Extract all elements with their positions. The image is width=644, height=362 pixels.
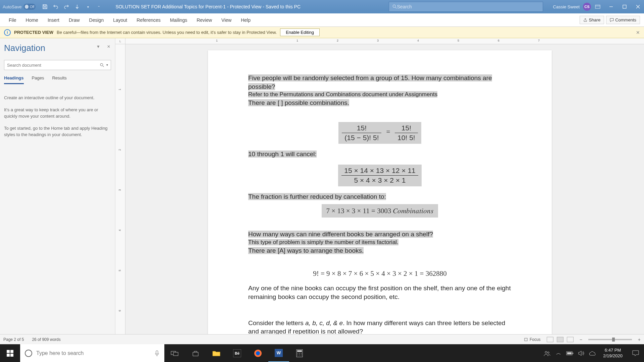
tray-chevron-icon[interactable]: ︿	[553, 344, 564, 362]
tab-home[interactable]: Home	[21, 13, 43, 26]
tab-help[interactable]: Help	[236, 13, 255, 26]
ribbon-tabs: File Home Insert Draw Design Layout Refe…	[0, 13, 644, 27]
nav-search-input[interactable]	[7, 63, 100, 68]
behance-icon[interactable]: Bē	[227, 344, 248, 362]
equals: =	[386, 128, 390, 136]
doc-text: Five people will be randomly selected fr…	[248, 74, 492, 90]
taskbar-search-input[interactable]	[36, 350, 150, 356]
doc-text: The fraction is further reduced by cance…	[248, 193, 386, 200]
nav-search-dropdown-icon[interactable]: ▾	[106, 63, 108, 67]
touch-mode-icon[interactable]	[74, 3, 80, 10]
nav-info-line: To get started, go to the Home tab and a…	[4, 125, 111, 138]
word-icon[interactable]: W	[268, 344, 289, 362]
zoom-out-icon[interactable]: −	[580, 337, 582, 342]
print-layout-icon[interactable]	[557, 337, 564, 342]
clock[interactable]: 6:47 PM 2/19/2020	[598, 348, 627, 359]
tab-design[interactable]: Design	[85, 13, 109, 26]
tab-review[interactable]: Review	[192, 13, 217, 26]
save-icon[interactable]	[42, 3, 48, 10]
protected-view-bar: i PROTECTED VIEW Be careful—files from t…	[0, 27, 644, 38]
tab-mailings[interactable]: Mailings	[165, 13, 192, 26]
svg-rect-13	[173, 352, 178, 356]
ribbon-display-icon[interactable]	[594, 3, 601, 10]
battery-icon[interactable]	[564, 344, 576, 362]
page-scroll[interactable]: Five people will be randomly selected fr…	[115, 44, 644, 334]
enable-editing-button[interactable]: Enable Editing	[280, 28, 320, 36]
svg-point-8	[100, 63, 103, 66]
zoom-in-icon[interactable]: +	[638, 337, 641, 342]
qat-customize-icon[interactable]: ⁼	[95, 3, 102, 10]
svg-point-15	[256, 351, 260, 355]
nav-tab-pages[interactable]: Pages	[32, 75, 44, 84]
svg-line-1	[395, 7, 396, 9]
notifications-icon[interactable]	[627, 344, 644, 362]
read-mode-icon[interactable]	[547, 337, 553, 342]
svg-rect-17	[297, 350, 302, 352]
zoom-thumb[interactable]	[612, 338, 615, 342]
nav-search-icon[interactable]	[100, 63, 104, 67]
redo-icon[interactable]	[63, 3, 70, 10]
tab-view[interactable]: View	[217, 13, 236, 26]
nav-search-box[interactable]: ▾	[4, 60, 111, 70]
search-input[interactable]	[397, 4, 539, 9]
page-indicator[interactable]: Page 2 of 5	[3, 337, 24, 342]
horizontal-ruler[interactable]: 1 1 2 3 4 5 6 7	[125, 38, 644, 44]
firefox-icon[interactable]	[248, 344, 268, 362]
denominator: 5 × 4 × 3 × 2 × 1	[341, 176, 418, 184]
tab-file[interactable]: File	[4, 13, 21, 26]
svg-point-0	[393, 5, 395, 7]
mic-icon[interactable]	[154, 350, 160, 357]
ruler-vtick: 1	[118, 88, 121, 90]
navigation-title: Navigation	[4, 43, 111, 53]
zoom-slider[interactable]	[588, 339, 632, 340]
share-button[interactable]: Share	[580, 16, 604, 24]
start-button[interactable]	[0, 344, 20, 362]
svg-rect-2	[595, 5, 600, 8]
word-count[interactable]: 26 of 909 words	[32, 337, 60, 342]
tab-references[interactable]: References	[132, 13, 165, 26]
tab-insert[interactable]: Insert	[43, 13, 64, 26]
tab-draw[interactable]: Draw	[64, 13, 85, 26]
ruler-tick: 4	[417, 39, 419, 42]
denominator: 10! 5!	[395, 133, 418, 142]
task-view-icon[interactable]	[164, 344, 185, 362]
nav-dropdown-icon[interactable]: ▼	[96, 44, 100, 49]
qat-dropdown-icon[interactable]: ▾	[85, 3, 91, 10]
title-bar: AutoSave Off ▾ ⁼ SOLUTION SET FOR Additi…	[0, 0, 644, 13]
vertical-ruler[interactable]: 1 2 3 4 5 6	[115, 44, 125, 334]
time: 6:47 PM	[603, 348, 623, 353]
taskbar-search[interactable]	[20, 344, 164, 362]
maximize-icon[interactable]	[621, 3, 628, 10]
minimize-icon[interactable]	[608, 3, 614, 10]
store-icon[interactable]	[185, 344, 206, 362]
volume-icon[interactable]	[576, 344, 587, 362]
explorer-icon[interactable]	[206, 344, 227, 362]
close-icon[interactable]	[635, 3, 641, 10]
autosave-toggle[interactable]: AutoSave Off	[3, 4, 36, 10]
user-area: Cassie Sweet CS	[553, 3, 601, 11]
onedrive-icon[interactable]	[587, 344, 598, 362]
comments-button[interactable]: Comments	[606, 16, 640, 24]
fraction: 15! 10! 5!	[395, 124, 418, 142]
nav-close-icon[interactable]: ✕	[107, 44, 110, 49]
cortana-icon[interactable]	[25, 350, 32, 357]
autosave-label: AutoSave	[3, 4, 21, 9]
denominator: (15 − 5)! 5!	[342, 133, 381, 142]
toggle-switch[interactable]: Off	[23, 4, 36, 10]
nav-info: Create an interactive outline of your do…	[4, 95, 111, 138]
focus-mode-button[interactable]: Focus	[524, 337, 541, 342]
ruler-tick: 1	[297, 39, 298, 42]
web-layout-icon[interactable]	[567, 337, 574, 342]
people-icon[interactable]	[541, 344, 553, 362]
share-label: Share	[589, 17, 600, 22]
svg-point-24	[545, 351, 547, 353]
svg-rect-28	[567, 352, 572, 354]
undo-icon[interactable]	[52, 3, 59, 10]
nav-tab-results[interactable]: Results	[52, 75, 66, 84]
tab-layout[interactable]: Layout	[108, 13, 132, 26]
calculator-icon[interactable]	[289, 344, 310, 362]
close-protected-bar-icon[interactable]: ✕	[636, 30, 640, 35]
user-avatar[interactable]: CS	[583, 3, 591, 11]
search-box[interactable]	[389, 2, 543, 12]
nav-tab-headings[interactable]: Headings	[4, 75, 24, 84]
